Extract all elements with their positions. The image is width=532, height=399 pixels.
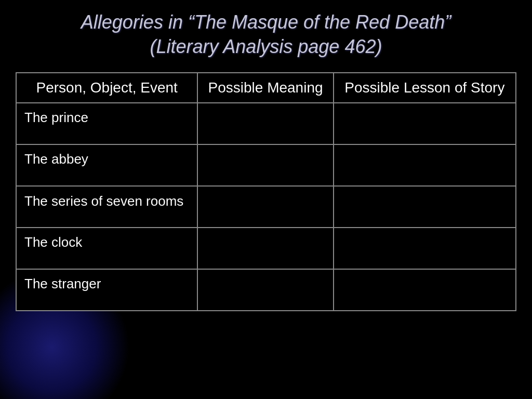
cell-clock-label: The clock	[16, 228, 197, 269]
cell-stranger-lesson	[334, 269, 516, 311]
allegories-table: Person, Object, Event Possible Meaning P…	[16, 72, 516, 311]
cell-abbey-label: The abbey	[16, 144, 197, 186]
cell-prince-lesson	[334, 103, 516, 144]
col-header-possible-meaning: Possible Meaning	[197, 73, 333, 103]
cell-seven-rooms-label: The series of seven rooms	[16, 186, 197, 228]
table-wrapper: Person, Object, Event Possible Meaning P…	[16, 72, 516, 311]
table-row: The clock	[16, 228, 516, 269]
col-header-person-object-event: Person, Object, Event	[16, 73, 197, 103]
cell-stranger-label: The stranger	[16, 269, 197, 311]
cell-clock-lesson	[334, 228, 516, 269]
cell-abbey-meaning	[197, 144, 333, 186]
page-title: Allegories in “The Masque of the Red Dea…	[16, 10, 516, 59]
table-row: The stranger	[16, 269, 516, 311]
cell-clock-meaning	[197, 228, 333, 269]
table-header-row: Person, Object, Event Possible Meaning P…	[16, 73, 516, 103]
cell-stranger-meaning	[197, 269, 333, 311]
cell-abbey-lesson	[334, 144, 516, 186]
table-row: The series of seven rooms	[16, 186, 516, 228]
table-row: The prince	[16, 103, 516, 144]
cell-prince-label: The prince	[16, 103, 197, 144]
table-row: The abbey	[16, 144, 516, 186]
cell-seven-rooms-meaning	[197, 186, 333, 228]
cell-seven-rooms-lesson	[334, 186, 516, 228]
col-header-possible-lesson: Possible Lesson of Story	[334, 73, 516, 103]
cell-prince-meaning	[197, 103, 333, 144]
main-container: Allegories in “The Masque of the Red Dea…	[0, 0, 532, 399]
